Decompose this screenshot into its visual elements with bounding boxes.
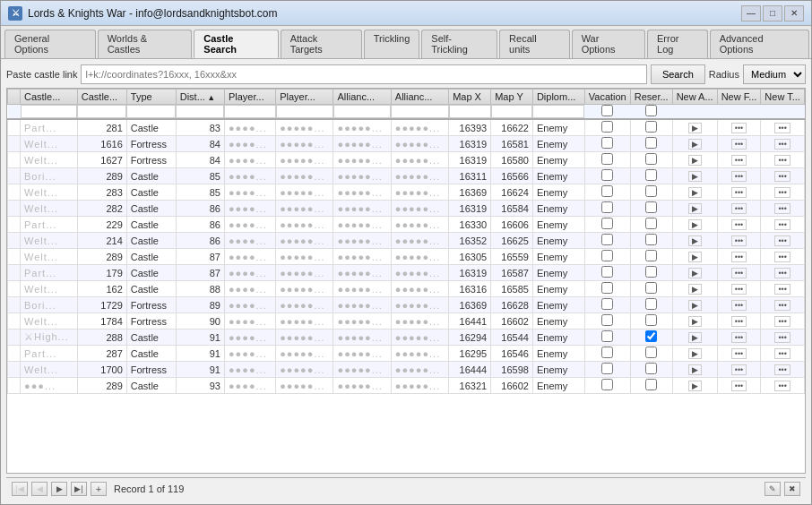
reserve-checkbox[interactable]	[645, 266, 657, 278]
nav-next-button[interactable]: ▶	[51, 482, 67, 496]
col-map-y[interactable]: Map Y	[491, 90, 533, 105]
cell-new-f[interactable]: •••	[717, 297, 761, 313]
cell-vacation[interactable]	[584, 233, 630, 249]
tab-general[interactable]: General Options	[4, 30, 96, 58]
reserve-checkbox[interactable]	[645, 137, 657, 149]
cell-new-a[interactable]: ▶	[672, 330, 717, 346]
cell-new-f[interactable]: •••	[717, 346, 761, 362]
filter-castle-name[interactable]	[21, 105, 78, 118]
new-f-button[interactable]: •••	[731, 332, 747, 343]
cell-new-t[interactable]: •••	[761, 233, 805, 249]
vacation-checkbox[interactable]	[601, 250, 613, 261]
cell-vacation[interactable]	[584, 168, 630, 184]
cell-reserve[interactable]	[630, 217, 672, 233]
col-reserve[interactable]: Reser...	[630, 90, 672, 105]
tab-self-trickling[interactable]: Self-Trickling	[421, 30, 497, 58]
cell-new-t[interactable]: •••	[761, 152, 805, 168]
cell-new-t[interactable]: •••	[761, 330, 805, 346]
cell-reserve[interactable]	[630, 330, 672, 346]
cell-new-a[interactable]: ▶	[672, 297, 717, 313]
minimize-button[interactable]: —	[741, 5, 761, 21]
cell-new-f[interactable]: •••	[717, 119, 761, 136]
new-t-button[interactable]: •••	[774, 235, 790, 246]
vacation-checkbox[interactable]	[601, 169, 613, 181]
filter-diplomacy[interactable]	[532, 105, 584, 118]
cell-reserve[interactable]	[630, 362, 672, 378]
cell-new-t[interactable]: •••	[761, 362, 805, 378]
cell-new-f[interactable]: •••	[717, 217, 761, 233]
close-button[interactable]: ✕	[784, 5, 804, 21]
cell-new-a[interactable]: ▶	[672, 136, 717, 152]
cell-vacation[interactable]	[584, 362, 630, 378]
tab-worlds[interactable]: Worlds & Castles	[98, 30, 193, 58]
tab-castle-search[interactable]: Castle Search	[194, 30, 278, 58]
new-t-button[interactable]: •••	[774, 316, 790, 327]
cell-vacation[interactable]	[584, 201, 630, 217]
new-f-button[interactable]: •••	[731, 348, 747, 359]
new-t-button[interactable]: •••	[774, 219, 790, 230]
reserve-checkbox[interactable]	[645, 185, 657, 197]
cell-reserve[interactable]	[630, 265, 672, 281]
reserve-checkbox[interactable]	[645, 363, 657, 374]
cell-vacation[interactable]	[584, 152, 630, 168]
nav-prev-button[interactable]: ◀	[31, 482, 48, 496]
cell-new-f[interactable]: •••	[717, 168, 761, 184]
cell-reserve[interactable]	[630, 346, 672, 362]
table-scroll[interactable]: Castle... Castle... Type Dist... Player.…	[7, 89, 805, 473]
cell-new-a[interactable]: ▶	[672, 346, 717, 362]
col-distance[interactable]: Dist...	[176, 90, 224, 105]
new-a-button[interactable]: ▶	[688, 203, 702, 214]
col-player-name[interactable]: Player...	[224, 90, 275, 105]
cell-new-t[interactable]: •••	[761, 378, 805, 394]
cell-new-f[interactable]: •••	[717, 330, 761, 346]
nav-add-button[interactable]: +	[91, 482, 107, 496]
new-a-button[interactable]: ▶	[688, 187, 702, 198]
new-t-button[interactable]: •••	[774, 332, 790, 343]
new-f-button[interactable]: •••	[731, 171, 747, 182]
new-a-button[interactable]: ▶	[688, 316, 702, 327]
cell-reserve[interactable]	[630, 378, 672, 394]
cell-new-f[interactable]: •••	[717, 184, 761, 201]
new-a-button[interactable]: ▶	[688, 155, 702, 166]
cell-reserve[interactable]	[630, 249, 672, 265]
new-f-button[interactable]: •••	[731, 139, 747, 150]
cell-new-f[interactable]: •••	[717, 313, 761, 330]
filter-reserve-checkbox[interactable]	[645, 105, 657, 116]
nav-edit-button[interactable]: ✎	[764, 482, 781, 496]
new-t-button[interactable]: •••	[774, 268, 790, 278]
cell-new-t[interactable]: •••	[761, 346, 805, 362]
vacation-checkbox[interactable]	[601, 282, 613, 294]
cell-reserve[interactable]	[630, 233, 672, 249]
reserve-checkbox[interactable]	[645, 234, 657, 245]
col-new-t[interactable]: New T...	[761, 90, 805, 105]
nav-last-button[interactable]: ▶|	[71, 482, 87, 496]
tab-recall[interactable]: Recall units	[499, 30, 570, 58]
new-t-button[interactable]: •••	[774, 187, 790, 198]
search-button[interactable]: Search	[651, 64, 705, 84]
cell-new-a[interactable]: ▶	[672, 281, 717, 297]
cell-vacation[interactable]	[584, 184, 630, 201]
new-a-button[interactable]: ▶	[688, 300, 702, 311]
col-new-a[interactable]: New A...	[672, 90, 717, 105]
tab-advanced[interactable]: Advanced Options	[710, 30, 809, 58]
cell-vacation[interactable]	[584, 281, 630, 297]
tab-war[interactable]: War Options	[572, 30, 645, 58]
new-t-button[interactable]: •••	[774, 155, 790, 166]
new-t-button[interactable]: •••	[774, 300, 790, 311]
reserve-checkbox[interactable]	[645, 347, 657, 358]
new-a-button[interactable]: ▶	[688, 364, 702, 375]
new-f-button[interactable]: •••	[731, 235, 747, 246]
new-f-button[interactable]: •••	[731, 300, 747, 311]
cell-reserve[interactable]	[630, 168, 672, 184]
new-a-button[interactable]: ▶	[688, 219, 702, 230]
nav-first-button[interactable]: |◀	[12, 482, 28, 496]
cell-vacation[interactable]	[584, 136, 630, 152]
new-a-button[interactable]: ▶	[688, 171, 702, 182]
col-alliance-id[interactable]: Allianc...	[391, 90, 448, 105]
col-castle-name[interactable]: Castle...	[21, 90, 78, 105]
filter-map-y[interactable]	[491, 105, 533, 118]
reserve-checkbox[interactable]	[645, 330, 657, 342]
new-t-button[interactable]: •••	[774, 284, 790, 295]
new-a-button[interactable]: ▶	[688, 268, 702, 278]
cell-new-a[interactable]: ▶	[672, 217, 717, 233]
